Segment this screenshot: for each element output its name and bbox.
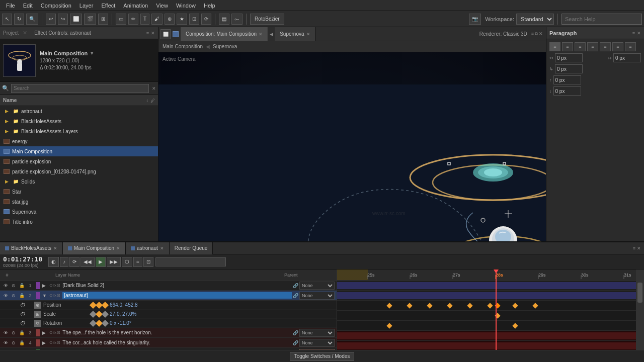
menu-view[interactable]: View [152,2,172,10]
solo-toggle-2[interactable]: ⊙ [10,292,17,299]
panel-menu-icon[interactable]: ≡ [146,31,149,36]
tab-close-icon[interactable]: ✕ [259,32,263,37]
loop-btn[interactable]: ⟳ [69,257,79,267]
layer-expand-3[interactable]: ▶ [42,330,47,335]
tool-3[interactable]: ⬜ [70,14,82,25]
search-clear-icon[interactable]: ✕ [152,86,156,91]
layer-row-3[interactable]: 👁 ⊙ 🔒 3 ▶ ⊙ fx ⊡ The ope...f the hole is… [0,328,337,338]
solo-toggle-3[interactable]: ⊙ [10,329,17,336]
space-after-input[interactable] [553,86,581,96]
panel-close-icon[interactable]: ✕ [637,31,641,36]
workspace-select[interactable]: Standard [516,14,554,25]
kf-position-7[interactable] [512,303,518,308]
tab-close-icon[interactable]: ✕ [160,246,164,251]
kf-position-2[interactable] [407,303,412,308]
parent-select-3[interactable]: None [299,329,335,337]
play-btn[interactable]: ▶ [96,257,106,267]
motion-btn[interactable]: ⟜ [231,14,243,25]
tl-tab-blackholes[interactable]: BlackHolesAssets ✕ [0,242,63,254]
rect-tool[interactable]: ▭ [116,14,126,25]
list-item[interactable]: Supernova [0,207,158,217]
effect-controls-tab[interactable]: Effect Controls: astronaut [34,30,91,36]
playhead[interactable] [496,269,497,350]
draft-btn[interactable]: ⊡ [143,257,153,267]
kf-position-3[interactable] [427,303,432,308]
layer-row-1[interactable]: 👁 ⊙ 🔒 1 ▶ ⊙ fx ⊡ [Dark Blue Solid 2] 🔗 N… [0,281,337,291]
list-item[interactable]: Title intro [0,217,158,227]
project-search-input[interactable] [11,84,149,93]
audio-btn[interactable]: ♪ [60,257,68,267]
tool-4[interactable]: 🎬 [84,14,96,25]
filter-icon[interactable]: 🖊 [150,98,155,103]
rotation-next-kf[interactable] [102,319,109,326]
lock-toggle-1[interactable]: 🔒 [18,282,25,289]
kf-rotation-2[interactable] [512,323,518,328]
kf-position-6[interactable] [487,303,493,308]
effects-icon[interactable]: fx [53,340,56,345]
toggle-switches-btn[interactable]: Toggle Switches / Modes [290,352,355,361]
panel-menu-icon[interactable]: ≡ [531,31,534,37]
parent-select-1[interactable]: None [299,282,335,290]
menu-animation[interactable]: Animation [119,2,152,10]
snapping-btn[interactable]: ▤ [219,14,229,25]
space-before-input[interactable] [553,75,581,84]
margin-right-input[interactable] [613,53,641,62]
parent-select-2[interactable]: None [299,292,335,300]
puppet-tool[interactable]: ⊕ [165,14,175,25]
panel-expand-icon[interactable]: ⧉ [535,31,538,37]
panel-close-icon[interactable]: ✕ [539,31,543,37]
justify-left-btn[interactable]: ≡ [587,42,598,51]
list-item[interactable]: energy [0,136,158,146]
text-tool[interactable]: T [140,14,149,25]
track-scrollbar[interactable] [636,269,644,350]
list-item[interactable]: particle explosion [0,156,158,166]
comp-dropdown-icon[interactable]: ▼ [90,51,94,56]
position-next-kf[interactable] [102,301,109,308]
lock-toggle-3[interactable]: 🔒 [18,329,25,336]
blend-icon[interactable]: ⊡ [57,330,60,335]
solo-toggle-4[interactable]: ⊙ [10,339,17,346]
kf-position-1[interactable] [386,303,392,308]
scrollbar-thumb[interactable] [637,283,642,303]
effects-icon[interactable]: fx [53,293,56,298]
solo-icon[interactable]: ⊙ [49,283,53,288]
visibility-toggle-3[interactable]: 👁 [2,329,9,336]
stopwatch-icon[interactable]: ⏱ [20,320,32,326]
list-item[interactable]: Star [0,187,158,197]
menu-help[interactable]: Help [200,2,219,10]
motion-blur-tl-btn[interactable]: ≈ [133,257,142,267]
tab-close-icon[interactable]: ✕ [306,32,310,37]
list-item[interactable]: ▶ 📁 Solids [0,176,158,187]
menu-file[interactable]: File [2,2,19,10]
list-item[interactable]: ▶ 📁 BlackHolesAssets Layers [0,126,158,136]
panel-menu-icon[interactable]: ≡ [632,31,635,36]
lock-toggle-2[interactable]: 🔒 [18,292,25,299]
list-item[interactable]: particle explosion_[01208-01474].png [0,166,158,176]
visibility-toggle-2[interactable]: 👁 [2,292,9,299]
shape-tool[interactable]: ⊡ [189,14,199,25]
layer-expand-4[interactable]: ▶ [42,340,47,345]
sort-icon[interactable]: ↕ [146,98,149,103]
layer-row-2[interactable]: 👁 ⊙ 🔒 2 ▼ ⊙ fx ⊡ [astronaut] 🔗 None [0,291,337,301]
justify-center-btn[interactable]: ≡ [600,42,611,51]
tl-panel-close-icon[interactable]: ✕ [637,246,641,251]
rotation-value[interactable]: 0 x -11.0° [110,320,131,326]
list-item[interactable]: ▶ 📁 BlackHolesAssets [0,116,158,126]
list-item[interactable]: Main Composition [0,146,158,156]
zoom-tool[interactable]: 🔍 [26,14,38,25]
undo-btn[interactable]: ↩ [46,14,56,25]
align-center-btn[interactable]: ≡ [562,42,573,51]
live-update-btn[interactable]: ⬡ [122,257,132,267]
layer-expand-1[interactable]: ▶ [42,283,47,288]
snap-toggle[interactable]: 📷 [469,14,481,25]
tab-close-icon[interactable]: ✕ [116,246,120,251]
kf-rotation-1[interactable] [386,323,392,328]
menu-layer[interactable]: Layer [75,2,98,10]
effects-icon[interactable]: fx [53,283,56,288]
next-frame-btn[interactable]: ▶▶ [107,257,121,267]
comp-tab-main[interactable]: Composition: Main Composition ✕ [181,27,268,41]
select-tool[interactable]: ↖ [2,14,12,25]
layer-row-4[interactable]: 👁 ⊙ 🔒 4 ▶ ⊙ fx ⊡ The cor...ack hole call… [0,338,337,348]
solo-icon[interactable]: ⊙ [49,340,53,345]
kf-position-5[interactable] [467,303,472,308]
